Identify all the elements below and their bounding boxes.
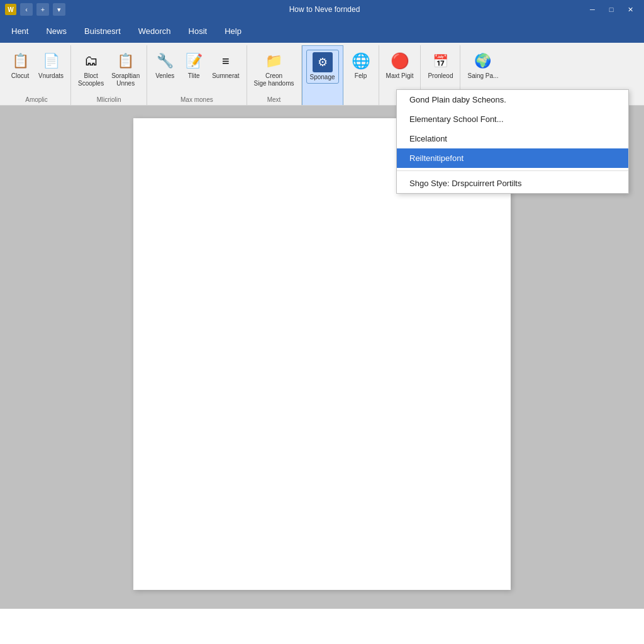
ribbon-group-amoplic-items: 📋 Clocut 📄 Vnurdats xyxy=(6,47,67,95)
sorapltian-unnes-icon: 📋 xyxy=(116,51,136,71)
sponage-gear-icon: ⚙ xyxy=(313,52,333,72)
menu-item-hent[interactable]: Hent xyxy=(3,19,37,43)
menu-bar: Hent News Buistnesrt Wedorch Hosit Help xyxy=(0,19,644,43)
ribbon-btn-sponage[interactable]: ⚙ Sponage xyxy=(306,50,339,84)
ribbon-group-felp: 🌐 Felp xyxy=(343,45,379,105)
ribbon-group-sponage: ⚙ Sponage xyxy=(302,45,343,105)
saing-pa-label: Saing Pa... xyxy=(467,72,498,80)
dropdown-item-shgo-stye[interactable]: Shgo Stye: Drspcuirrert Portilts xyxy=(397,174,628,193)
dropdown-button[interactable]: ▾ xyxy=(53,3,65,16)
ribbon-btn-clocut[interactable]: 📋 Clocut xyxy=(6,49,34,82)
ribbon-btn-bloct-scooples[interactable]: 🗂 BloctScooples xyxy=(75,49,107,89)
dropdown-divider xyxy=(397,170,628,171)
creon-label: CreonSige handoms xyxy=(254,72,294,87)
sumnerat-icon: ≡ xyxy=(216,51,236,71)
sumnerat-label: Sumnerat xyxy=(212,72,239,80)
sponage-label: Sponage xyxy=(310,74,335,81)
felp-label: Felp xyxy=(355,72,367,80)
bloct-scooples-icon: 🗂 xyxy=(81,51,101,71)
ribbon-btn-vnurdats[interactable]: 📄 Vnurdats xyxy=(35,49,67,82)
ribbon-btn-sumnerat[interactable]: ≡ Sumnerat xyxy=(209,49,242,82)
ribbon-group-mlicriolin: 🗂 BloctScooples 📋 SorapltianUnnes Mlicri… xyxy=(71,45,147,105)
title-bar: W ‹ + ▾ How to Neve fornded ─ □ ✕ xyxy=(0,0,644,19)
ribbon-btn-sorapltian-unnes[interactable]: 📋 SorapltianUnnes xyxy=(108,49,143,89)
maxt-pigit-icon: 🔴 xyxy=(390,51,410,71)
maximize-button[interactable]: □ xyxy=(602,4,620,15)
title-bar-left: W ‹ + ▾ xyxy=(5,3,65,16)
dropdown-menu: Gond Plain daby Scheons. Elementary Scho… xyxy=(396,89,629,194)
ribbon-group-felp-items: 🌐 Felp xyxy=(347,47,375,102)
ribbon-btn-pronleod[interactable]: 📅 Pronleod xyxy=(425,49,456,82)
ribbon-group-mext-label: Mext xyxy=(267,95,281,105)
dropdown-item-elcelationt[interactable]: Elcelationt xyxy=(397,129,628,148)
sorapltian-unnes-label: SorapltianUnnes xyxy=(111,72,140,87)
window-controls: ─ □ ✕ xyxy=(584,4,639,15)
felp-icon: 🌐 xyxy=(351,51,371,71)
menu-item-news[interactable]: News xyxy=(37,19,75,43)
ribbon-group-mlicriolin-label: Mlicriolin xyxy=(97,95,121,105)
window-title: How to Neve fornded xyxy=(65,5,584,14)
add-tab-button[interactable]: + xyxy=(36,3,49,16)
tlite-label: Tlite xyxy=(188,72,200,80)
ribbon-group-max-mones-items: 🔧 Venles 📝 Tlite ≡ Sumnerat xyxy=(151,47,242,95)
tlite-icon: 📝 xyxy=(184,51,204,71)
ribbon-btn-venles[interactable]: 🔧 Venles xyxy=(151,49,179,82)
sponage-icon: ⚙ xyxy=(313,52,333,72)
pronleod-label: Pronleod xyxy=(428,72,453,80)
close-button[interactable]: ✕ xyxy=(621,4,639,15)
pronleod-icon: 📅 xyxy=(430,51,450,71)
creon-icon: 📁 xyxy=(264,51,284,71)
vnurdats-icon: 📄 xyxy=(41,51,61,71)
dropdown-item-reiltenitipefont[interactable]: Reiltenitipefont xyxy=(397,148,628,168)
maxt-pigit-label: Maxt Pigit xyxy=(386,72,414,80)
ribbon-btn-felp[interactable]: 🌐 Felp xyxy=(347,49,375,82)
ribbon-group-mext: 📁 CreonSige handoms Mext xyxy=(247,45,302,105)
back-button[interactable]: ‹ xyxy=(20,3,33,16)
ribbon-group-max-mones-label: Max mones xyxy=(180,95,213,105)
dropdown-item-elementary-school[interactable]: Elementary School Font... xyxy=(397,109,628,129)
ribbon-btn-saing-pa[interactable]: 🌍 Saing Pa... xyxy=(464,49,501,82)
menu-item-help[interactable]: Help xyxy=(216,19,250,43)
ribbon-btn-maxt-pigit[interactable]: 🔴 Maxt Pigit xyxy=(383,49,417,82)
saing-pa-icon: 🌍 xyxy=(473,51,493,71)
bloct-scooples-label: BloctScooples xyxy=(78,72,104,87)
vnurdats-label: Vnurdats xyxy=(38,72,64,80)
dropdown-item-gond-plain[interactable]: Gond Plain daby Scheons. xyxy=(397,90,628,109)
ribbon-btn-creon[interactable]: 📁 CreonSige handoms xyxy=(251,49,297,89)
menu-item-wedorch[interactable]: Wedorch xyxy=(130,19,180,43)
ribbon-group-mlicriolin-items: 🗂 BloctScooples 📋 SorapltianUnnes xyxy=(75,47,143,95)
clocut-label: Clocut xyxy=(11,72,29,80)
ribbon-group-sponage-items: ⚙ Sponage xyxy=(306,47,339,102)
venles-icon: 🔧 xyxy=(155,51,175,71)
ribbon-group-max-mones: 🔧 Venles 📝 Tlite ≡ Sumnerat Max mones xyxy=(147,45,247,105)
ribbon-group-mext-items: 📁 CreonSige handoms xyxy=(251,47,297,95)
menu-item-buistnesrt[interactable]: Buistnesrt xyxy=(75,19,130,43)
menu-item-hosit[interactable]: Hosit xyxy=(180,19,216,43)
app-icon: W xyxy=(5,4,16,15)
minimize-button[interactable]: ─ xyxy=(584,4,601,15)
venles-label: Venles xyxy=(155,72,174,80)
clocut-icon: 📋 xyxy=(10,51,30,71)
ribbon-btn-tlite[interactable]: 📝 Tlite xyxy=(180,49,208,82)
ribbon-group-amoplic-label: amoplic xyxy=(25,95,48,105)
ribbon-group-amoplic: 📋 Clocut 📄 Vnurdats amoplic xyxy=(3,45,71,105)
